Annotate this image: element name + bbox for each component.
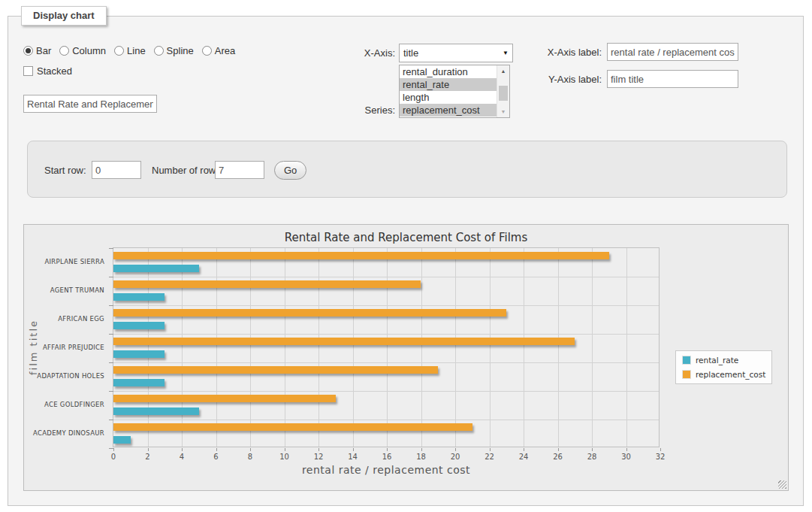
y-axis-tick [109,305,113,306]
category-labels: AIRPLANE SIERRAAGENT TRUMANAFRICAN EGGAF… [24,247,108,447]
rows-panel: Start row: Number of rows: Go [27,141,787,198]
x-tick-label: 2 [145,453,149,461]
legend-swatch [682,356,691,365]
bar-rental_rate[interactable] [113,350,165,358]
x-axis-tick [524,448,524,451]
x-tick-label: 30 [621,453,631,461]
radio-label: Spline [167,45,194,56]
gridline-vertical [421,248,422,447]
x-tick-label: 32 [656,453,666,461]
bar-replacement_cost[interactable] [113,366,438,374]
x-axis-tick [182,448,183,451]
y-axis-label-input[interactable] [607,70,738,88]
fieldset-legend: Display chart [21,6,107,26]
x-tick-label: 12 [314,453,324,461]
category-label: ADAPTATION HOLES [24,362,104,390]
x-tick-label: 26 [553,453,563,461]
x-axis-tick [592,448,593,451]
bar-rental_rate[interactable] [113,265,199,272]
bar-replacement_cost[interactable] [113,252,609,259]
scroll-down-icon[interactable]: ▼ [497,106,509,117]
plot-area: 02468101214161820222426283032 [113,247,660,447]
bar-replacement_cost[interactable] [113,423,472,431]
resize-handle-icon[interactable] [778,480,786,489]
gridline-vertical [490,248,491,447]
series-listbox[interactable]: rental_duration rental_rate length repla… [399,65,510,118]
x-axis-tick [216,448,217,451]
x-axis-title: rental rate / replacement cost [113,464,660,476]
series-option-rental-rate[interactable]: rental_rate [400,78,497,91]
gridline-vertical [558,248,559,447]
category-label: AFRICAN EGG [24,304,104,333]
chart-type-option-column[interactable]: Column [59,45,106,56]
gridline-horizontal [113,391,659,392]
gridline-horizontal [113,277,659,277]
y-axis-tick [109,420,113,420]
num-rows-label: Number of rows: [152,165,223,176]
x-tick-label: 16 [382,453,392,461]
gridline-horizontal [113,420,659,420]
x-tick-label: 22 [484,453,494,461]
bar-rental_rate[interactable] [113,407,199,415]
gridline-vertical [318,248,319,447]
x-axis-tick [285,448,285,451]
series-option-length[interactable]: length [400,91,497,104]
legend-item-replacement_cost[interactable]: replacement_cost [682,370,765,379]
x-axis-tick [455,448,456,451]
scrollbar-thumb[interactable] [499,86,508,101]
chart-type-option-line[interactable]: Line [114,45,146,56]
series-option-replacement-cost[interactable]: replacement_cost [400,104,497,117]
radio-label: Area [215,45,235,56]
go-button[interactable]: Go [274,161,306,180]
radio-icon[interactable] [202,46,212,56]
checkbox-icon[interactable] [23,66,33,76]
chart-type-option-area[interactable]: Area [202,45,235,56]
bar-replacement_cost[interactable] [113,395,336,402]
x-axis-label-input[interactable] [607,43,738,61]
start-row-input[interactable] [92,161,141,179]
stacked-option[interactable]: Stacked [23,65,72,77]
chart-title-input[interactable] [23,95,157,113]
series-option-rental-duration[interactable]: rental_duration [400,65,497,78]
start-row-label: Start row: [44,165,86,176]
x-axis-tick [113,448,114,451]
chart-legend: rental_ratereplacement_cost [675,350,772,384]
y-axis-tick [109,362,113,363]
bar-rental_rate[interactable] [113,293,165,301]
num-rows-input[interactable] [215,161,264,179]
gridline-horizontal [113,334,659,335]
x-tick-label: 20 [451,453,460,461]
bar-rental_rate[interactable] [113,379,165,386]
legend-label: replacement_cost [696,370,765,379]
display-chart-fieldset: Display chart Bar Column Line Spline Are… [8,16,804,506]
bar-replacement_cost[interactable] [113,338,575,345]
gridline-vertical [250,248,251,447]
gridline-vertical [353,248,354,447]
x-tick-label: 8 [248,453,252,461]
gridline-vertical [285,248,285,447]
x-axis-tick [148,448,149,451]
x-tick-label: 14 [348,453,358,461]
x-axis-tick [490,448,491,451]
radio-icon[interactable] [59,46,69,56]
gridline-vertical [592,248,593,447]
legend-label: rental_rate [696,356,738,365]
bar-rental_rate[interactable] [113,436,131,444]
chart-type-option-spline[interactable]: Spline [154,45,194,56]
chart-type-option-bar[interactable]: Bar [23,45,51,56]
bar-replacement_cost[interactable] [113,280,421,288]
bar-rental_rate[interactable] [113,322,165,329]
bar-replacement_cost[interactable] [113,309,506,317]
x-tick-label: 24 [519,453,529,461]
radio-icon[interactable] [23,46,33,56]
radio-icon[interactable] [154,46,164,56]
y-axis-tick [109,334,113,335]
legend-item-rental_rate[interactable]: rental_rate [682,356,765,365]
x-axis-tick [353,448,354,451]
x-tick-label: 0 [111,453,116,461]
radio-icon[interactable] [114,46,124,56]
x-axis-tick [250,448,251,451]
y-axis-label-label: Y-Axis label: [489,74,602,85]
series-label: Series: [331,105,395,116]
gridline-horizontal [113,305,659,306]
